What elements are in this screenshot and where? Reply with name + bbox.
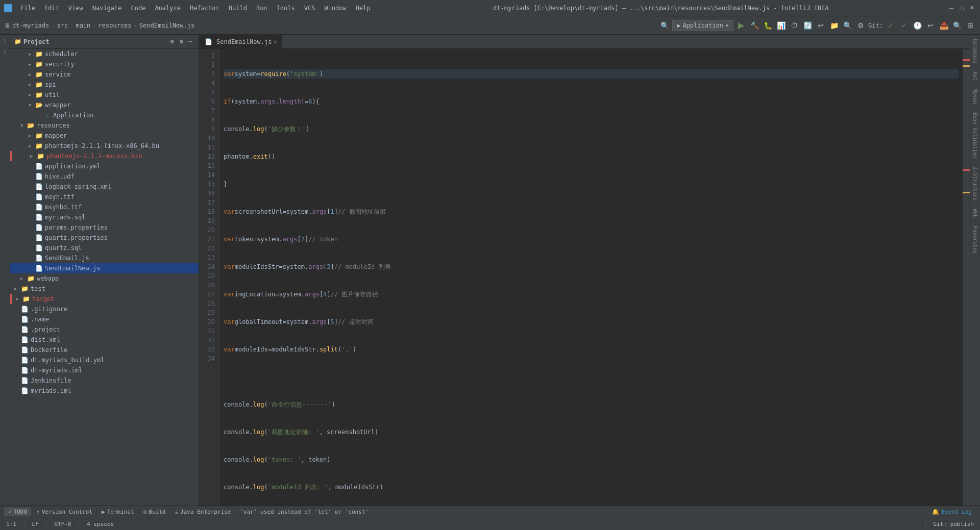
git-diff-button[interactable]: ⊞ [965,20,976,31]
version-control-tab[interactable]: ↕ Version Control [32,508,96,516]
todo-tab[interactable]: ✓ TODO [4,508,31,516]
tree-item-logback[interactable]: 📄 logback-spring.xml [10,182,199,192]
breadcrumb-file[interactable]: SendEmailNew.js [139,22,194,29]
tree-item-application-yml[interactable]: 📄 application.yml [10,161,199,171]
status-lf[interactable]: LF [30,521,41,527]
menu-run[interactable]: Run [252,4,272,13]
tree-item-application[interactable]: ☕ Application [10,110,199,120]
tree-item-project-file[interactable]: 📄 .project [10,324,199,335]
tree-item-myriads-sql[interactable]: 📄 myriads.sql [10,212,199,222]
git-fetch-button[interactable]: 🔍 [951,20,963,31]
tree-item-webapp[interactable]: ▶ 📁 webapp [10,273,199,284]
status-position[interactable]: 1:1 [4,521,18,527]
menu-code[interactable]: Code [127,4,150,13]
git-history-button[interactable]: 🕐 [912,20,923,31]
vcs-button[interactable]: 📁 [828,20,840,31]
tree-item-target[interactable]: ▶ 📁 target [10,294,199,304]
code-content[interactable]: var system = require('system') if(system… [219,49,963,506]
structure-panel-label[interactable]: Z-Structure [972,165,978,203]
status-indent[interactable]: 4 spaces [85,521,116,527]
profile-button[interactable]: ⏱ [789,20,800,31]
java-enterprise-tab[interactable]: ☕ Java Enterprise [170,508,235,516]
tree-item-gitignore[interactable]: 📄 .gitignore [10,304,199,314]
tree-item-msyh[interactable]: 📄 msyh.ttf [10,192,199,202]
breadcrumb-project[interactable]: 🖥 [4,22,10,29]
tree-item-myriads-iml[interactable]: 📄 myriads.iml [10,386,199,396]
bean-panel-label[interactable]: Bean Validation [972,110,978,160]
menu-tools[interactable]: Tools [273,4,299,13]
maven-panel-label[interactable]: Maven [972,87,978,106]
breadcrumb-dt[interactable]: dt-myriads [12,22,49,29]
settings-tree-button[interactable]: ⚙ [177,38,185,46]
ant-panel-label[interactable]: Ant [972,69,978,83]
project-icon[interactable]: 1 [1,37,10,46]
search-everywhere-button[interactable]: 🔍 [659,20,670,31]
tree-item-service[interactable]: ▶ 📁 service [10,69,199,80]
git-push-button[interactable]: 📤 [938,20,949,31]
menu-build[interactable]: Build [225,4,251,13]
locate-button[interactable]: ⊕ [168,38,176,46]
tree-item-hive[interactable]: 📄 hive.udf [10,171,199,182]
tree-item-spi[interactable]: ▶ 📁 spi [10,80,199,90]
tree-item-dt-iml[interactable]: 📄 dt-myriads.iml [10,365,199,375]
menu-edit[interactable]: Edit [40,4,63,13]
tree-item-jenkinsfile[interactable]: 📄 Jenkinsfile [10,375,199,386]
minimize-button[interactable]: ─ [947,4,955,12]
git-check-button[interactable]: ✓ [885,20,896,31]
tree-item-test[interactable]: ▶ 📁 test [10,284,199,294]
run-button[interactable]: ▶ [736,20,747,31]
run-config-dropdown-icon[interactable]: ▾ [725,22,729,29]
menu-navigate[interactable]: Navigate [88,4,126,13]
structure-icon[interactable]: 2 [1,47,10,56]
tree-item-name[interactable]: 📄 .name [10,314,199,324]
menu-window[interactable]: Window [320,4,350,13]
web-panel-label[interactable]: Web [972,207,978,220]
menu-analyze[interactable]: Analyze [151,4,185,13]
favorites-panel-label[interactable]: Favorites [972,224,978,256]
tree-item-sendemail[interactable]: 📄 SendEmail.js [10,253,199,263]
git-check2-button[interactable]: ✓ [898,20,910,31]
tree-item-phantom-mac[interactable]: ▶ 📁 phantomjs-2.1.1-macosx.bin [10,151,199,161]
tree-item-dockerfile[interactable]: 📄 Dockerfile [10,345,199,355]
update-button[interactable]: 🔄 [802,20,813,31]
menu-refactor[interactable]: Refactor [186,4,224,13]
tree-item-sendemaildnew[interactable]: 📄 SendEmailNew.js [10,263,199,273]
tree-item-quartz-sql[interactable]: 📄 quartz.sql [10,243,199,253]
menu-file[interactable]: File [16,4,39,13]
tree-item-mapper[interactable]: ▶ 📁 mapper [10,131,199,141]
maximize-button[interactable]: □ [958,4,966,12]
search-button[interactable]: 🔍 [842,20,853,31]
breadcrumb-main[interactable]: main [76,22,90,29]
debug-button[interactable]: 🐛 [762,20,773,31]
collapse-button[interactable]: ─ [186,38,194,46]
status-encoding[interactable]: UTF-8 [52,521,73,527]
git-rollback-button[interactable]: ↩ [925,20,936,31]
rollback-button[interactable]: ↩ [815,20,826,31]
settings-button[interactable]: ⚙ [855,20,866,31]
coverage-button[interactable]: 📊 [775,20,787,31]
breadcrumb-src[interactable]: src [57,22,68,29]
tree-item-phantom-linux[interactable]: ▶ 📁 phantomjs-2.1.1-linux-x86_64.bu [10,141,199,151]
tab-sendemaildnew[interactable]: 📄 SendEmailNew.js ✕ [199,35,282,48]
menu-help[interactable]: Help [352,4,375,13]
breadcrumb-resources[interactable]: resources [99,22,132,29]
tree-item-scheduler[interactable]: ▶ 📁 scheduler [10,49,199,59]
build-tab[interactable]: ⚙ Build [139,508,170,516]
event-log-button[interactable]: 🔔 Event Log [928,508,976,516]
build-button[interactable]: 🔨 [749,20,760,31]
terminal-tab[interactable]: ▶ Terminal [97,508,138,516]
tree-item-quartz-props[interactable]: 📄 quartz.properties [10,233,199,243]
status-git[interactable]: Git: publish [932,521,976,527]
tree-item-params[interactable]: 📄 params.properties [10,222,199,233]
tree-item-util[interactable]: ▶ 📁 util [10,90,199,100]
tree-item-wrapper[interactable]: ▼ 📂 wrapper [10,100,199,110]
tab-close-button[interactable]: ✕ [274,39,277,45]
tree-item-build-yml[interactable]: 📄 dt.myriads_build.yml [10,355,199,365]
tree-item-dist-xml[interactable]: 📄 dist.xml [10,335,199,345]
menu-view[interactable]: View [64,4,87,13]
run-configuration[interactable]: ▶ Application ▾ [672,20,733,31]
tree-item-msyhbd[interactable]: 📄 msyhbd.ttf [10,202,199,212]
menu-vcs[interactable]: VCS [300,4,320,13]
close-button[interactable]: ✕ [968,4,976,12]
tree-item-resources[interactable]: ▼ 📂 resources [10,120,199,131]
